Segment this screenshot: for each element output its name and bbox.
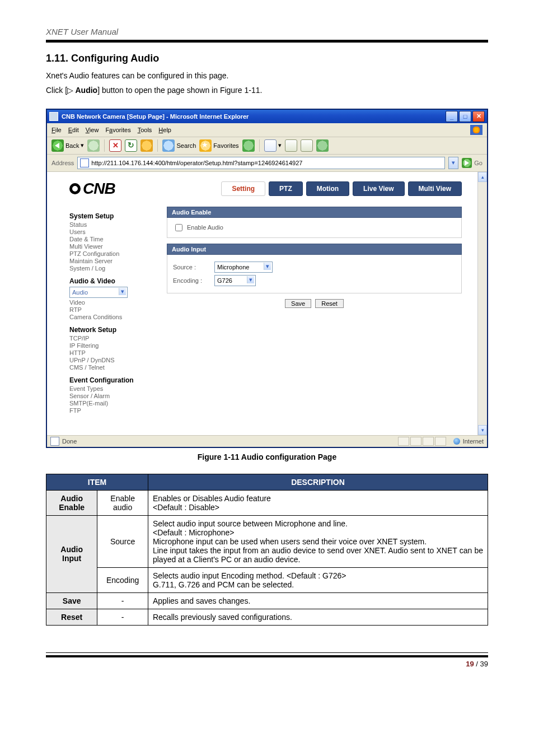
- toolbar-search-button[interactable]: Search: [162, 139, 196, 152]
- toolbar-edit-button[interactable]: [301, 139, 313, 152]
- scroll-track[interactable]: [478, 182, 487, 425]
- audio-button-label: Audio: [73, 86, 97, 95]
- header-row: CNB Setting PTZ Motion Live View Multi V…: [69, 180, 462, 198]
- go-button[interactable]: Go: [462, 158, 483, 168]
- panel-body-audio-enable: Enable Audio: [167, 218, 462, 238]
- sidebar-item-ip-filtering[interactable]: IP Filtering: [69, 342, 153, 349]
- menu-file[interactable]: File: [51, 127, 62, 133]
- ie-titlebar: CNB Network Camera [Setup Page] - Micros…: [47, 110, 487, 123]
- toolbar-history-button[interactable]: [242, 139, 255, 152]
- toolbar-messenger-button[interactable]: [316, 139, 329, 152]
- page-current: 19: [466, 660, 474, 668]
- toolbar-home-button[interactable]: [140, 139, 153, 152]
- menu-favorites[interactable]: Favorites: [105, 127, 130, 133]
- status-zone-text: Internet: [463, 438, 484, 445]
- tab-live-view[interactable]: Live View: [353, 181, 404, 196]
- address-input[interactable]: http://211.104.176.144:400/html/operator…: [77, 157, 445, 169]
- enable-audio-checkbox[interactable]: Enable Audio: [173, 222, 456, 233]
- menu-help[interactable]: Help: [158, 127, 171, 133]
- table-row: Reset - Recalls previously saved configu…: [46, 609, 488, 625]
- history-icon: [242, 139, 255, 152]
- cell-sub: -: [97, 609, 148, 625]
- menu-view[interactable]: View: [86, 127, 99, 133]
- enable-audio-input[interactable]: [175, 224, 182, 231]
- sidebar-item-ptz-config[interactable]: PTZ Configuration: [69, 250, 153, 257]
- sidebar-item-upnp-dyndns[interactable]: UPnP / DynDNS: [69, 357, 153, 363]
- window-minimize-button[interactable]: _: [446, 111, 458, 122]
- toolbar-refresh-button[interactable]: [125, 139, 137, 152]
- section-title: Configuring Audio: [71, 53, 159, 64]
- encoding-label: Encoding :: [173, 277, 207, 284]
- sidebar: System Setup Status Users Date & Time Mu…: [69, 207, 153, 414]
- scroll-up-button[interactable]: ▴: [478, 172, 487, 182]
- sidebar-item-audio[interactable]: Audio: [69, 287, 128, 298]
- sidebar-group-audio-video: Audio & Video: [69, 277, 153, 285]
- sidebar-item-status[interactable]: Status: [69, 221, 153, 228]
- print-icon: [285, 139, 297, 152]
- sidebar-item-rtp[interactable]: RTP: [69, 306, 153, 313]
- cell-sub: Enable audio: [97, 490, 148, 515]
- sidebar-item-users[interactable]: Users: [69, 228, 153, 235]
- sidebar-item-event-types[interactable]: Event Types: [69, 385, 153, 392]
- back-icon: [51, 139, 64, 152]
- figure-caption: Figure 1-11 Audio configuration Page: [46, 452, 488, 461]
- ie-menubar: File Edit View Favorites Tools Help: [47, 123, 487, 137]
- toolbar-print-button[interactable]: [285, 139, 297, 152]
- page-sep: /: [474, 660, 480, 668]
- sidebar-item-system-log[interactable]: System / Log: [69, 265, 153, 272]
- sidebar-item-multi-viewer[interactable]: Multi Viewer: [69, 243, 153, 250]
- footer-rule-thin: [46, 652, 488, 653]
- status-page-icon: [50, 437, 59, 446]
- cell-desc: Recalls previously saved configurations.: [148, 609, 488, 625]
- toolbar-favorites-button[interactable]: Favorites: [199, 139, 238, 152]
- table-row: Audio Enable Enable audio Enables or Dis…: [46, 490, 488, 515]
- sidebar-item-ftp[interactable]: FTP: [69, 407, 153, 414]
- ie-statusbar: Done Internet: [47, 435, 487, 447]
- address-dropdown-button[interactable]: ▾: [448, 157, 458, 169]
- sidebar-item-sensor-alarm[interactable]: Sensor / Alarm: [69, 393, 153, 399]
- encoding-select[interactable]: G726: [214, 275, 256, 286]
- toolbar-back-button[interactable]: Back ▾: [51, 139, 84, 152]
- tab-ptz[interactable]: PTZ: [269, 181, 303, 196]
- ie-toolbar: Back ▾ Search Favorites ▾: [47, 137, 487, 155]
- page-total: 39: [480, 660, 488, 668]
- scroll-down-button[interactable]: ▾: [478, 425, 487, 435]
- save-button[interactable]: Save: [285, 299, 311, 308]
- tab-multi-view[interactable]: Multi View: [408, 181, 462, 196]
- window-maximize-button[interactable]: □: [459, 111, 471, 122]
- address-label: Address: [51, 160, 74, 166]
- toolbar-stop-button[interactable]: [109, 139, 121, 152]
- ie-addressbar: Address http://211.104.176.144:400/html/…: [47, 155, 487, 172]
- tab-motion[interactable]: Motion: [306, 181, 349, 196]
- sidebar-item-tcpip[interactable]: TCP/IP: [69, 335, 153, 342]
- brand-logo: CNB: [69, 180, 115, 198]
- sidebar-item-cms-telnet[interactable]: CMS / Telnet: [69, 364, 153, 371]
- messenger-icon: [316, 139, 329, 152]
- tab-setting[interactable]: Setting: [221, 181, 265, 196]
- toolbar-mail-button[interactable]: ▾: [264, 139, 282, 152]
- source-select[interactable]: Microphone: [214, 262, 273, 273]
- toolbar-forward-button[interactable]: [87, 139, 100, 152]
- section-heading: 1.11. Configuring Audio: [46, 53, 488, 64]
- button-row: Save Reset: [167, 299, 462, 308]
- menu-tools[interactable]: Tools: [138, 127, 152, 133]
- stop-icon: [109, 139, 121, 152]
- table-row: Audio Input Source Select audio input so…: [46, 515, 488, 567]
- window-close-button[interactable]: ✕: [472, 111, 485, 122]
- cell-desc: Select audio input source between Microp…: [148, 515, 488, 567]
- sidebar-item-http[interactable]: HTTP: [69, 349, 153, 356]
- reset-button[interactable]: Reset: [315, 299, 344, 308]
- menu-edit[interactable]: Edit: [68, 127, 79, 133]
- sidebar-item-camera-conditions[interactable]: Camera Conditions: [69, 314, 153, 320]
- panel-header-audio-enable: Audio Enable: [167, 207, 462, 218]
- table-row: Save - Applies and saves changes.: [46, 592, 488, 609]
- footer-rule-thick: [46, 655, 488, 657]
- logo-eye-icon: [69, 183, 81, 194]
- sidebar-item-video[interactable]: Video: [69, 299, 153, 306]
- sidebar-item-maintain-server[interactable]: Maintain Server: [69, 258, 153, 264]
- sidebar-item-smtp[interactable]: SMTP(E-mail): [69, 400, 153, 407]
- table-row: Encoding Selects audio input Encoding me…: [46, 567, 488, 592]
- status-text: Done: [62, 438, 77, 445]
- sidebar-item-date-time[interactable]: Date & Time: [69, 236, 153, 242]
- content-scrollbar[interactable]: ▴ ▾: [477, 172, 487, 435]
